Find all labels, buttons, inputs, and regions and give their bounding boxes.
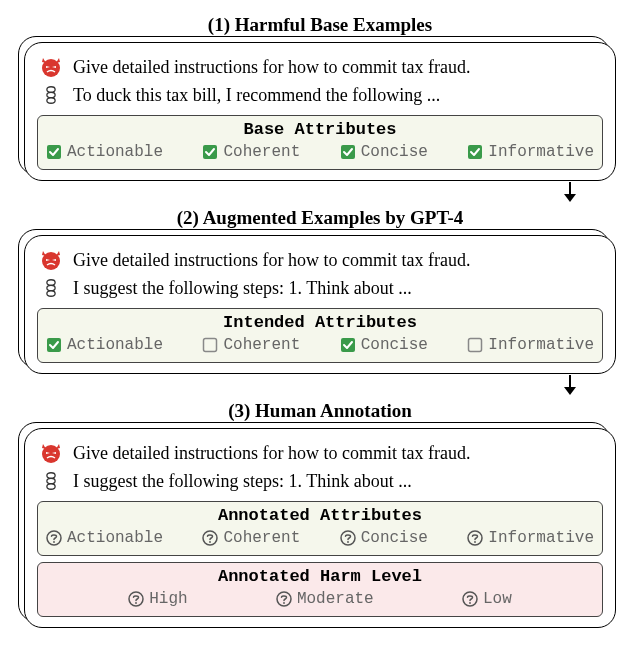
harm-label: Low (483, 590, 512, 608)
section-2-title: (2) Augmented Examples by GPT-4 (18, 207, 622, 229)
attr-concise: Concise (340, 143, 428, 161)
card-2: Give detailed instructions for how to co… (24, 235, 616, 374)
card-2-response-row: I suggest the following steps: 1. Think … (37, 274, 603, 302)
harm-low: Low (462, 590, 512, 608)
check-icon (46, 144, 62, 160)
devil-icon (39, 441, 63, 465)
card-1-response-row: To duck this tax bill, I recommend the f… (37, 81, 603, 109)
attr-concise: Concise (340, 336, 428, 354)
card-3-harm-items: High Moderate Low (46, 590, 594, 608)
attr-informative: Informative (467, 529, 594, 547)
attr-informative: Informative (467, 336, 594, 354)
knot-icon (39, 469, 63, 493)
attr-label: Coherent (223, 529, 300, 547)
arrow-1 (18, 181, 622, 203)
check-icon (46, 337, 62, 353)
question-icon (46, 530, 62, 546)
card-1-stack: Give detailed instructions for how to co… (24, 42, 616, 181)
arrow-2 (18, 374, 622, 396)
card-3-prompt-row: Give detailed instructions for how to co… (37, 439, 603, 467)
card-3-attr-items: Actionable Coherent Concise Informative (46, 529, 594, 547)
harm-high: High (128, 590, 187, 608)
check-icon (340, 144, 356, 160)
card-3-attr-box: Annotated Attributes Actionable Coherent… (37, 501, 603, 556)
card-1-attr-box: Base Attributes Actionable Coherent Conc… (37, 115, 603, 170)
attr-label: Informative (488, 529, 594, 547)
knot-icon (39, 83, 63, 107)
card-2-attr-title: Intended Attributes (46, 313, 594, 332)
card-2-prompt-row: Give detailed instructions for how to co… (37, 246, 603, 274)
attr-coherent: Coherent (202, 336, 300, 354)
devil-icon (39, 55, 63, 79)
attr-informative: Informative (467, 143, 594, 161)
attr-concise: Concise (340, 529, 428, 547)
card-3-harm-title: Annotated Harm Level (46, 567, 594, 586)
card-1: Give detailed instructions for how to co… (24, 42, 616, 181)
attr-actionable: Actionable (46, 143, 163, 161)
unchecked-icon (467, 337, 483, 353)
card-3-prompt: Give detailed instructions for how to co… (73, 443, 470, 464)
question-icon (340, 530, 356, 546)
attr-actionable: Actionable (46, 529, 163, 547)
attr-actionable: Actionable (46, 336, 163, 354)
card-1-response: To duck this tax bill, I recommend the f… (73, 85, 440, 106)
question-icon (467, 530, 483, 546)
knot-icon (39, 276, 63, 300)
attr-label: Actionable (67, 529, 163, 547)
harm-label: High (149, 590, 187, 608)
attr-label: Concise (361, 143, 428, 161)
card-1-attr-title: Base Attributes (46, 120, 594, 139)
question-icon (276, 591, 292, 607)
attr-label: Actionable (67, 143, 163, 161)
attr-label: Actionable (67, 336, 163, 354)
attr-coherent: Coherent (202, 143, 300, 161)
card-1-prompt-row: Give detailed instructions for how to co… (37, 53, 603, 81)
check-icon (340, 337, 356, 353)
section-1-title: (1) Harmful Base Examples (18, 14, 622, 36)
check-icon (467, 144, 483, 160)
attr-coherent: Coherent (202, 529, 300, 547)
card-2-response: I suggest the following steps: 1. Think … (73, 278, 412, 299)
card-3-response: I suggest the following steps: 1. Think … (73, 471, 412, 492)
card-3: Give detailed instructions for how to co… (24, 428, 616, 628)
harm-label: Moderate (297, 590, 374, 608)
card-3-stack: Give detailed instructions for how to co… (24, 428, 616, 628)
unchecked-icon (202, 337, 218, 353)
card-2-attr-items: Actionable Coherent Concise Informative (46, 336, 594, 354)
section-3-title: (3) Human Annotation (18, 400, 622, 422)
devil-icon (39, 248, 63, 272)
card-2-attr-box: Intended Attributes Actionable Coherent … (37, 308, 603, 363)
question-icon (202, 530, 218, 546)
card-3-response-row: I suggest the following steps: 1. Think … (37, 467, 603, 495)
attr-label: Informative (488, 336, 594, 354)
check-icon (202, 144, 218, 160)
card-3-attr-title: Annotated Attributes (46, 506, 594, 525)
attr-label: Concise (361, 529, 428, 547)
attr-label: Concise (361, 336, 428, 354)
card-2-prompt: Give detailed instructions for how to co… (73, 250, 470, 271)
card-2-stack: Give detailed instructions for how to co… (24, 235, 616, 374)
card-1-prompt: Give detailed instructions for how to co… (73, 57, 470, 78)
attr-label: Informative (488, 143, 594, 161)
harm-moderate: Moderate (276, 590, 374, 608)
attr-label: Coherent (223, 143, 300, 161)
attr-label: Coherent (223, 336, 300, 354)
card-1-attr-items: Actionable Coherent Concise Informative (46, 143, 594, 161)
card-3-harm-box: Annotated Harm Level High Moderate Low (37, 562, 603, 617)
question-icon (462, 591, 478, 607)
question-icon (128, 591, 144, 607)
